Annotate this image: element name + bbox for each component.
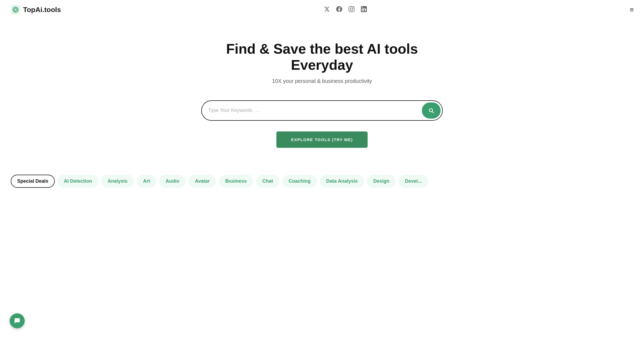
svg-rect-0 xyxy=(11,5,20,14)
hero-section: Find & Save the best AI tools Everyday 1… xyxy=(0,20,644,175)
chat-bubble[interactable] xyxy=(10,313,25,328)
hero-subtitle: 10X your personal & business productivit… xyxy=(272,78,372,84)
tag-item-4[interactable]: Audio xyxy=(159,175,186,188)
search-button[interactable] xyxy=(422,102,441,119)
tag-item-1[interactable]: AI Detection xyxy=(57,175,98,188)
explore-button[interactable]: EXPLORE TOOLS (TRY ME) xyxy=(276,131,368,148)
logo-icon xyxy=(11,5,20,14)
tag-item-10[interactable]: Design xyxy=(367,175,396,188)
logo-text: TopAi.tools xyxy=(23,6,61,14)
search-wrapper xyxy=(201,100,443,121)
tags-section: Special DealsAI DetectionAnalysisArtAudi… xyxy=(0,175,644,188)
tag-item-5[interactable]: Avatar xyxy=(188,175,216,188)
social-links xyxy=(324,6,367,13)
search-input[interactable] xyxy=(208,104,422,116)
tags-row: Special DealsAI DetectionAnalysisArtAudi… xyxy=(11,175,633,188)
tag-item-8[interactable]: Coaching xyxy=(282,175,317,188)
tag-item-0[interactable]: Special Deals xyxy=(11,175,55,188)
tag-item-2[interactable]: Analysis xyxy=(101,175,134,188)
linkedin-link[interactable] xyxy=(361,6,367,13)
tag-item-11[interactable]: Devel... xyxy=(398,175,428,188)
tag-item-3[interactable]: Art xyxy=(137,175,156,188)
header: TopAi.tools ≡ xyxy=(0,0,644,20)
chat-bubble-icon xyxy=(14,317,21,324)
hamburger-menu[interactable]: ≡ xyxy=(630,6,633,14)
tag-item-6[interactable]: Business xyxy=(219,175,253,188)
twitter-link[interactable] xyxy=(324,6,330,13)
search-container xyxy=(201,100,443,121)
search-icon xyxy=(428,107,434,114)
tag-item-7[interactable]: Chat xyxy=(256,175,280,188)
logo[interactable]: TopAi.tools xyxy=(11,5,61,14)
hero-title: Find & Save the best AI tools Everyday xyxy=(201,41,443,73)
tag-item-9[interactable]: Data Analysis xyxy=(320,175,364,188)
instagram-link[interactable] xyxy=(349,6,354,13)
facebook-link[interactable] xyxy=(336,6,342,13)
